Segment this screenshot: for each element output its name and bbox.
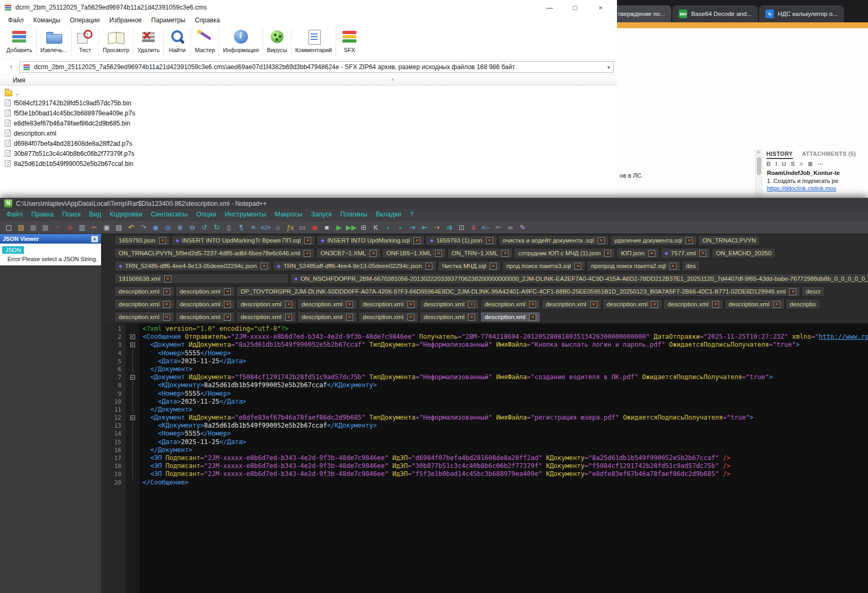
scrollbar-thumb[interactable]	[757, 157, 761, 175]
editor-tab[interactable]: ◆TRN_52485-dff6-4ee4-9e13-05deee02294c.j…	[114, 261, 272, 271]
tab-close-icon[interactable]: ×	[425, 263, 432, 270]
editor-tab[interactable]: прод поиск пакета3.sql×	[502, 261, 586, 271]
npp-menu-item[interactable]: Синтаксисы	[146, 209, 192, 220]
textfx-icon[interactable]: &	[468, 222, 479, 233]
tab-close-icon[interactable]: ×	[163, 288, 170, 295]
tab-close-icon[interactable]: ×	[773, 301, 780, 308]
editor-tab[interactable]: description.xml×	[114, 312, 174, 322]
toolbar-test-button[interactable]: Тест	[72, 28, 98, 54]
editor-tab[interactable]: ON_TRNACLPVYN_5f9ed2d5-7237-4d85-adbf-6b…	[114, 248, 315, 258]
tab-close-icon[interactable]: ×	[346, 301, 353, 308]
editor-tab[interactable]: description.xml×	[480, 299, 540, 310]
tab-close-icon[interactable]: ×	[574, 263, 581, 270]
copy-icon[interactable]: ▣	[101, 222, 112, 233]
npp-menu-item[interactable]: Вид	[85, 209, 106, 220]
tab-close-icon[interactable]: ×	[502, 250, 508, 257]
tab-close-icon[interactable]: ×	[285, 314, 292, 321]
editor-tab[interactable]: description.xml×	[236, 299, 296, 310]
toolbar-wizard-button[interactable]: Мастер	[191, 28, 218, 54]
indent-guide-icon[interactable]: </>	[260, 222, 271, 233]
browser-tab[interactable]: B64Base64 Decode and...	[672, 5, 758, 22]
compare-icon[interactable]: <--	[480, 222, 491, 233]
editor-tab[interactable]: description.xml×	[420, 299, 480, 310]
editor-tab[interactable]: ◆TRN_52485aff-dff6-4ee4-9e13-05deee02294…	[273, 261, 437, 271]
tab-close-icon[interactable]: ×	[468, 301, 475, 308]
tab-close-icon[interactable]: ×	[159, 237, 166, 244]
tab-close-icon[interactable]: ×	[285, 301, 292, 308]
redo-icon[interactable]: ↷	[138, 222, 149, 233]
tab-close-icon[interactable]: ×	[304, 237, 311, 244]
npp-menu-item[interactable]: Поиск	[58, 209, 85, 220]
replace-icon[interactable]: ◎	[162, 222, 173, 233]
scrollbar[interactable]: ∧	[755, 149, 762, 198]
npp-menu-item[interactable]: Плагины	[336, 209, 372, 220]
npp-menu-item[interactable]: Макросы	[271, 209, 307, 220]
editor-tab[interactable]: сотрудник ЮП с МЧД (1).json×	[514, 248, 615, 258]
tab-close-icon[interactable]: ×	[529, 314, 536, 321]
maximize-icon[interactable]: □	[570, 4, 580, 12]
toolbar-virus-button[interactable]: Вирусы	[264, 28, 290, 54]
menu-item[interactable]: Операции	[65, 15, 104, 26]
macro-stop-icon[interactable]: ■	[321, 222, 332, 233]
format-icon[interactable]: ⋯	[817, 161, 823, 168]
bookmark-next-icon[interactable]: ›	[395, 222, 406, 233]
editor-tab[interactable]: 191506638.xml×	[114, 273, 289, 284]
macro-play-icon[interactable]: ▶	[333, 222, 345, 233]
editor-tab[interactable]: descriptio	[786, 299, 820, 310]
file-row[interactable]: ..	[0, 88, 617, 98]
bookmark-last-icon[interactable]: ⇥	[407, 222, 418, 233]
menu-item[interactable]: Файл	[3, 15, 29, 26]
undo-icon[interactable]: ↶	[126, 222, 137, 233]
notepadpp-titlebar[interactable]: N C:\Users\mlaptev\AppData\Local\Temp\Ra…	[0, 198, 868, 209]
editor-tab[interactable]: des	[682, 261, 700, 271]
paste-icon[interactable]: ▧	[113, 222, 124, 233]
show-all-characters-icon[interactable]: ¶	[236, 222, 247, 233]
macro-run-multiple-icon[interactable]: ▶▶	[346, 222, 357, 233]
new-file-icon[interactable]: ▢	[3, 222, 14, 233]
panel-close-icon[interactable]: ×	[91, 236, 98, 243]
editor-tab[interactable]: ◆ON_NSCHFDOPPR_2BM-6670381056-2013022203…	[290, 273, 868, 284]
tab-close-icon[interactable]: ×	[468, 314, 475, 321]
editor-tab[interactable]: ONF1B5~1.XML×	[382, 248, 446, 258]
tab-close-icon[interactable]: ×	[407, 301, 414, 308]
file-row[interactable]: 30b877b51c3c4c40b8b6c06b2f77379f.p7s	[0, 148, 617, 158]
tab-close-icon[interactable]: ×	[686, 237, 692, 244]
editor-tab[interactable]: description.xml×	[603, 299, 663, 310]
tab-close-icon[interactable]: ×	[163, 314, 170, 321]
tab-close-icon[interactable]: ×	[789, 288, 796, 295]
tab-close-icon[interactable]: ×	[346, 314, 353, 321]
editor-tab[interactable]: description.xml×	[663, 299, 723, 310]
edit-tool-icon[interactable]: ✎	[517, 222, 528, 233]
menu-item[interactable]: Команды	[29, 15, 65, 26]
doc-list-icon[interactable]: ▭	[297, 222, 308, 233]
tab-close-icon[interactable]: ×	[304, 250, 311, 257]
npp-menu-item[interactable]: Вкладки	[371, 209, 405, 220]
tab-close-icon[interactable]: ×	[164, 275, 171, 282]
word-wrap-icon[interactable]: ≡	[248, 222, 259, 233]
toolbar-delete-button[interactable]: Удалить	[134, 28, 163, 54]
sync-scroll-horizontal-icon[interactable]: ↻	[211, 222, 222, 233]
editor-tab[interactable]: description.xml×	[236, 312, 296, 322]
npp-menu-item[interactable]: Файл	[2, 209, 27, 220]
editor-tab[interactable]: ◆INSERT INTO UpdMarkingTr Время ПП.sql×	[171, 235, 315, 246]
json-root-node[interactable]: JSON	[2, 246, 24, 254]
editor-tab[interactable]: description.xml×	[176, 299, 236, 310]
npp-menu-item[interactable]: ?	[405, 209, 418, 220]
editor-tab[interactable]: ◆INSERT INTO UpdMarking.sql×	[316, 235, 424, 246]
jump-back-icon[interactable]: ⇤	[419, 222, 430, 233]
tab-close-icon[interactable]: ×	[651, 301, 658, 308]
tab-close-icon[interactable]: ×	[413, 237, 420, 244]
fold-collapse-icon[interactable]: −	[130, 335, 135, 339]
editor-tab[interactable]: description.xml×	[724, 299, 784, 310]
find-icon[interactable]: ◉	[150, 222, 161, 233]
cut-icon[interactable]: ✂	[89, 222, 100, 233]
toolbar-sfx-button[interactable]: SFX	[337, 28, 362, 54]
file-row[interactable]: e8dfe83ef67b46a78faef86dc2d9b685.bin	[0, 118, 617, 128]
file-row[interactable]: d6984f07befa4bd281608de8a28ff2ad.p7s	[0, 138, 617, 148]
tab-close-icon[interactable]: ×	[370, 250, 377, 257]
doc-map-icon[interactable]: ⌂	[272, 222, 283, 233]
editor-tab[interactable]: ON3CB7~1.XML×	[316, 248, 381, 258]
tab-close-icon[interactable]: ×	[163, 301, 170, 308]
editor-tab[interactable]: ◆7577.xml×	[661, 248, 711, 258]
minimize-icon[interactable]: —	[545, 4, 554, 12]
